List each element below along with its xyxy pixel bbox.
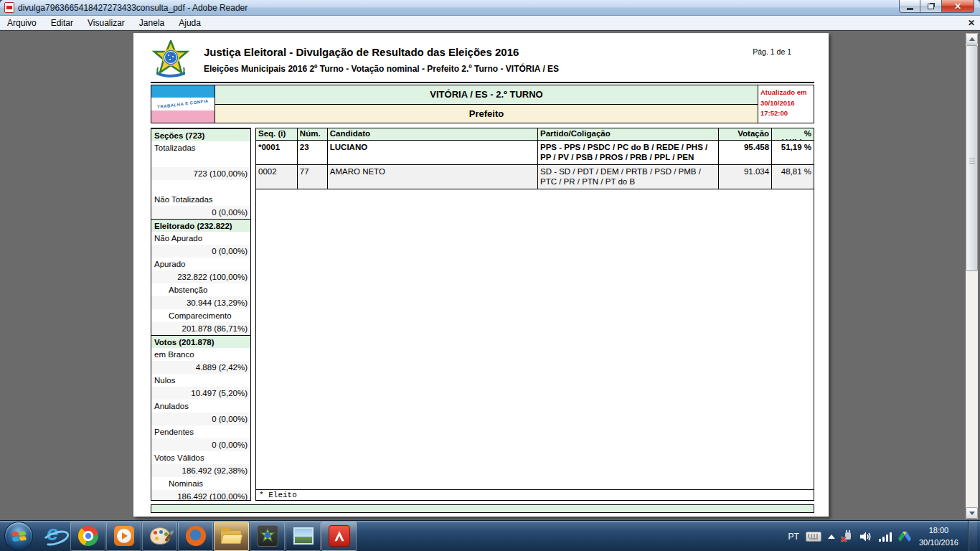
stat-row: Nulos: [151, 374, 250, 387]
stat-row: [151, 154, 250, 167]
updated-label: Atualizado em: [760, 88, 812, 98]
stat-row: 232.822 (100,00%): [151, 270, 250, 283]
stat-row: em Branco: [151, 348, 250, 361]
cell-num: 23: [298, 141, 328, 164]
power-disconnected-icon[interactable]: ✕: [842, 531, 853, 542]
stat-text: Votos Válidos: [154, 453, 204, 462]
arrow-down-icon: [969, 512, 975, 515]
stat-text: Totalizadas: [154, 143, 196, 152]
stat-text: Anulados: [154, 402, 189, 410]
cell-partido: SD - SD / PDT / DEM / PRTB / PSD / PMB /…: [538, 165, 719, 189]
stat-text: Nulos: [154, 376, 175, 385]
updated-at-box: Atualizado em 30/10/2016 17:52:00: [758, 85, 814, 123]
taskbar-media-player-button[interactable]: [106, 522, 141, 551]
minimize-button[interactable]: [899, 0, 920, 13]
stat-row: 0 (0,00%): [151, 245, 250, 258]
start-button[interactable]: [4, 522, 33, 550]
cell-candidato: LUCIANO: [328, 141, 538, 164]
pdf-file-icon: [4, 2, 14, 13]
google-drive-icon[interactable]: [898, 531, 911, 542]
menu-item[interactable]: Editar: [44, 16, 80, 30]
menu-item[interactable]: Visualizar: [80, 16, 132, 30]
stat-text: 4.889 (2,42%): [196, 363, 248, 372]
vertical-scrollbar[interactable]: [966, 33, 978, 519]
candidates-table: Seq. (i) Núm. Candidato Partido/Coligaçã…: [255, 128, 814, 501]
volume-icon[interactable]: [859, 531, 872, 542]
cell-seq: *0001: [256, 141, 298, 164]
cell-votacao: 91.034: [719, 165, 772, 189]
updated-date: 30/10/2016: [760, 98, 812, 109]
stat-row: 0 (0,00%): [151, 438, 250, 451]
stat-text: Não Apurado: [154, 234, 202, 242]
stat-text: 723 (100,00%): [194, 169, 248, 178]
language-indicator[interactable]: PT: [788, 532, 799, 542]
taskbar-internet-explorer-button[interactable]: e: [39, 522, 70, 551]
taskbar-photo-viewer-button[interactable]: [286, 522, 321, 551]
banner-office: Prefeito: [215, 105, 758, 123]
taskbar-paint-button[interactable]: [142, 522, 177, 551]
updated-time: 17:52:00: [760, 108, 812, 119]
table-rows: *0001 23 LUCIANO PPS - PPS / PSDC / PC d…: [256, 141, 814, 189]
taskbar-chrome-button[interactable]: [70, 522, 105, 551]
scroll-down-button[interactable]: [966, 507, 978, 519]
cell-candidato: AMARO NETO: [328, 165, 538, 189]
taskbar: e PT ✕: [0, 520, 980, 551]
close-button[interactable]: ✕: [941, 0, 974, 13]
cell-seq: 0002: [256, 165, 298, 189]
show-hidden-icons-button[interactable]: [828, 534, 835, 539]
stat-text: 0 (0,00%): [212, 208, 248, 217]
cell-partido: PPS - PPS / PSDC / PC do B / REDE / PHS …: [538, 141, 719, 164]
scrollbar-thumb[interactable]: [966, 45, 978, 271]
brazil-coat-of-arms-logo: [151, 40, 191, 79]
report-header: Justiça Eleitoral - Divulgação de Result…: [151, 40, 814, 83]
maximize-button[interactable]: [920, 0, 941, 13]
paint-icon: [150, 527, 170, 545]
election-app-icon: [257, 525, 278, 547]
taskbar-explorer-button[interactable]: [214, 522, 249, 551]
cell-votacao: 95.458: [719, 141, 772, 164]
window-title: divulga7963665418427273433consulta_pdf -…: [18, 3, 248, 13]
report-subtitle: Eleições Municipais 2016 2º Turno - Vota…: [204, 64, 559, 74]
candidate-row: *0001 23 LUCIANO PPS - PPS / PSDC / PC d…: [256, 141, 814, 165]
col-partido: Partido/Coligação: [538, 128, 719, 140]
stat-row: 0 (0,00%): [151, 206, 250, 219]
firefox-icon: [186, 526, 206, 546]
stat-row: Anulados: [151, 400, 250, 413]
stat-row: 10.497 (5,20%): [151, 387, 250, 400]
taskbar-election-app-button[interactable]: [250, 522, 285, 551]
title-bar[interactable]: divulga7963665418427273433consulta_pdf -…: [0, 0, 980, 16]
windows-media-player-icon: [114, 526, 134, 546]
stat-text: Pendentes: [154, 428, 194, 436]
totals-panel: Seções (723) Totalizadas 723 (100,00%): [151, 128, 251, 501]
adobe-reader-icon: [329, 525, 350, 547]
flag-pink-band: [151, 110, 215, 123]
menu-item[interactable]: Ajuda: [171, 16, 208, 30]
taskbar-firefox-button[interactable]: [178, 522, 213, 551]
stat-row: Abstenção: [151, 283, 250, 296]
stat-row: 0 (0,00%): [151, 413, 250, 425]
maximize-icon: [928, 4, 934, 9]
flag-motto-band: TRABALHA E CONFIA: [151, 98, 215, 110]
keyboard-icon[interactable]: [806, 532, 821, 542]
stat-text: 0 (0,00%): [212, 415, 248, 423]
table-header-row: Seq. (i) Núm. Candidato Partido/Coligaçã…: [256, 128, 814, 141]
taskbar-clock[interactable]: 18:00 30/10/2016: [919, 524, 958, 548]
show-desktop-button[interactable]: [968, 521, 977, 551]
taskbar-adobe-reader-button[interactable]: [321, 522, 357, 551]
stat-text: 30.944 (13,29%): [187, 298, 248, 307]
scroll-up-button[interactable]: [966, 33, 978, 44]
stat-row: 186.492 (92,38%): [151, 464, 250, 477]
close-document-icon[interactable]: ✕: [968, 18, 975, 28]
arrow-up-icon: [969, 37, 975, 41]
page-footer-band: [151, 504, 814, 513]
network-signal-icon[interactable]: [879, 532, 892, 542]
candidate-row: 0002 77 AMARO NETO SD - SD / PDT / DEM /…: [256, 165, 814, 189]
elected-footnote: * Eleito: [256, 489, 814, 500]
clock-time: 18:00: [919, 524, 958, 537]
stat-text: Votos (201.878): [154, 338, 215, 347]
menu-item[interactable]: Janela: [132, 16, 171, 30]
minimize-icon: [907, 8, 913, 10]
menu-item[interactable]: Arquivo: [0, 16, 44, 30]
stat-text: Abstenção: [169, 286, 207, 294]
clock-date: 30/10/2016: [919, 537, 958, 549]
